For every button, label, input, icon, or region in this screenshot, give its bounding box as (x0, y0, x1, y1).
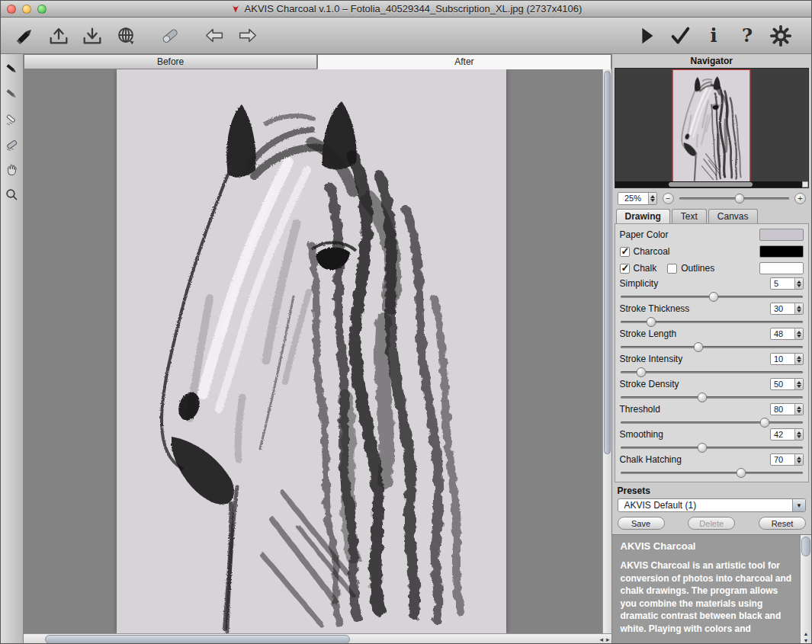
apply-button[interactable] (666, 22, 694, 50)
tab-canvas[interactable]: Canvas (708, 209, 758, 223)
scroll-right-icon[interactable]: ▸ (606, 636, 610, 643)
charcoal-tool[interactable] (3, 85, 20, 102)
zoom-slider[interactable] (679, 193, 790, 204)
zoom-step-up-icon[interactable] (650, 195, 655, 198)
open-image-button[interactable] (45, 22, 72, 50)
slider-track[interactable] (620, 341, 804, 352)
undo-button[interactable] (201, 22, 228, 50)
spin-up-icon[interactable] (797, 406, 801, 409)
zoom-stepper[interactable] (648, 193, 656, 204)
close-button[interactable] (7, 5, 16, 14)
slider-track[interactable] (620, 367, 804, 377)
navigator-thumbnail[interactable] (673, 70, 750, 181)
charcoal-checkbox[interactable] (620, 247, 630, 257)
eraser-button[interactable] (156, 22, 184, 50)
result-image[interactable] (117, 69, 506, 633)
tab-after[interactable]: After (317, 54, 611, 69)
run-button[interactable] (633, 22, 660, 50)
slider-track[interactable] (620, 442, 804, 453)
slider-spinbox[interactable]: 42 (770, 428, 804, 441)
slider-thumb[interactable] (646, 317, 656, 327)
spin-up-icon[interactable] (797, 280, 801, 284)
spin-down-icon[interactable] (797, 410, 801, 413)
slider-spinbox[interactable]: 80 (770, 403, 804, 415)
description-scroll-thumb[interactable] (801, 537, 810, 556)
tab-drawing[interactable]: Drawing (616, 209, 670, 223)
description-scrollbar[interactable]: ▲▼ (800, 535, 811, 644)
slider-track[interactable] (620, 291, 804, 302)
pencil-tool[interactable] (3, 60, 20, 77)
minimize-button[interactable] (22, 5, 31, 14)
charcoal-color-swatch[interactable] (759, 245, 804, 258)
preset-dropdown[interactable]: AKVIS Default (1) ▼ (618, 498, 807, 512)
slider-stepper[interactable] (794, 303, 803, 314)
slider-stepper[interactable] (794, 454, 803, 465)
slider-thumb[interactable] (637, 367, 647, 377)
preferences-button[interactable] (767, 22, 794, 50)
info-button[interactable]: i (700, 22, 727, 50)
slider-thumb[interactable] (698, 392, 708, 402)
spin-up-icon[interactable] (797, 457, 801, 460)
slider-thumb[interactable] (708, 292, 718, 302)
save-preset-button[interactable]: Save (618, 517, 665, 530)
spin-down-icon[interactable] (797, 385, 801, 388)
zoom-out-button[interactable]: − (663, 193, 674, 204)
desc-scroll-down-icon[interactable]: ▼ (804, 638, 809, 643)
spin-up-icon[interactable] (797, 306, 801, 309)
navigator-view[interactable] (615, 68, 810, 188)
zoom-step-down-icon[interactable] (650, 199, 655, 202)
chalk-checkbox[interactable] (620, 264, 630, 274)
slider-stepper[interactable] (794, 379, 803, 389)
eraser-tool[interactable] (3, 136, 20, 152)
slider-thumb[interactable] (736, 468, 746, 478)
slider-stepper[interactable] (794, 354, 803, 364)
hscroll-arrows[interactable]: ◂▸ (599, 634, 609, 644)
slider-thumb[interactable] (760, 418, 770, 428)
reset-preset-button[interactable]: Reset (759, 517, 806, 530)
slider-spinbox[interactable]: 30 (770, 303, 804, 315)
spin-up-icon[interactable] (797, 431, 801, 434)
image-canvas[interactable] (24, 69, 611, 633)
slider-spinbox[interactable]: 10 (770, 353, 804, 365)
hand-tool[interactable] (3, 161, 20, 178)
help-button[interactable]: ? (733, 22, 761, 50)
spin-up-icon[interactable] (797, 381, 801, 384)
slider-spinbox[interactable]: 48 (770, 328, 804, 340)
slider-track[interactable] (620, 316, 804, 327)
navigator-hscrollbar[interactable] (615, 181, 803, 187)
slider-stepper[interactable] (794, 328, 803, 339)
redo-button[interactable] (234, 22, 262, 50)
spin-down-icon[interactable] (797, 360, 801, 363)
slider-spinbox[interactable]: 5 (770, 277, 804, 290)
delete-preset-button[interactable]: Delete (688, 517, 735, 530)
vscroll-thumb[interactable] (604, 71, 611, 454)
slider-spinbox[interactable]: 50 (770, 378, 804, 390)
slider-stepper[interactable] (794, 404, 803, 415)
slider-track[interactable] (620, 417, 804, 428)
chalk-color-swatch[interactable] (759, 262, 804, 274)
slider-stepper[interactable] (794, 429, 803, 440)
publish-button[interactable] (112, 22, 140, 50)
spin-up-icon[interactable] (797, 331, 801, 334)
desc-scroll-up-icon[interactable]: ▲ (804, 631, 809, 636)
spin-up-icon[interactable] (797, 356, 801, 359)
slider-track[interactable] (620, 467, 804, 478)
save-image-button[interactable] (79, 22, 106, 50)
spin-down-icon[interactable] (797, 309, 801, 312)
tab-before[interactable]: Before (24, 54, 317, 69)
tab-text[interactable]: Text (672, 209, 707, 223)
slider-spinbox[interactable]: 70 (770, 453, 804, 466)
canvas-vertical-scrollbar[interactable] (602, 69, 611, 633)
canvas-horizontal-scrollbar[interactable]: ◂▸ (24, 633, 611, 644)
slider-thumb[interactable] (694, 342, 704, 352)
zoom-spinbox[interactable]: 25% (618, 192, 657, 205)
dropdown-arrow-icon[interactable]: ▼ (792, 499, 805, 511)
hscroll-thumb[interactable] (45, 635, 350, 644)
zoom-window-button[interactable] (37, 5, 47, 14)
scroll-left-icon[interactable]: ◂ (599, 636, 603, 643)
slider-thumb[interactable] (698, 443, 708, 453)
chalk-tool[interactable] (3, 111, 20, 127)
navigator-hscroll-thumb[interactable] (669, 182, 753, 187)
spin-down-icon[interactable] (797, 460, 801, 463)
outlines-checkbox[interactable] (667, 264, 677, 274)
